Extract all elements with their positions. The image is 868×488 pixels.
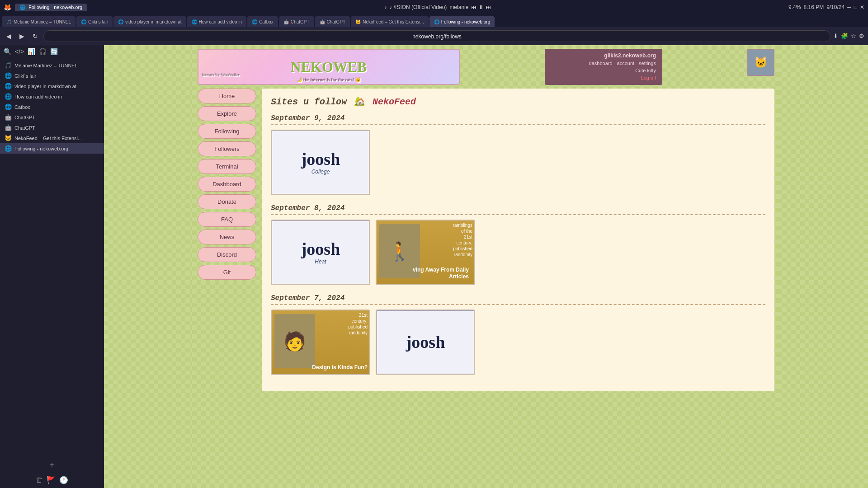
settings-icon[interactable]: ⚙: [859, 33, 864, 39]
card-text-ramblings: ramblingsof the21stcentury;publishedrand…: [453, 222, 472, 258]
date-label-sep9: September 9, 2024: [271, 114, 765, 125]
back-button[interactable]: ◀: [4, 32, 14, 41]
feed-card-ramblings[interactable]: 🚶 ramblingsof the21stcentury;publishedra…: [376, 220, 475, 285]
nav-git-button[interactable]: Git: [198, 265, 256, 280]
history-icon[interactable]: 🕐: [59, 476, 68, 484]
next-button[interactable]: ⏭: [486, 4, 491, 10]
feed-card-ramblings2[interactable]: 🧑 21stcentury;publishedrandomly Design i…: [271, 310, 370, 375]
settings-link[interactable]: settings: [639, 61, 656, 66]
joosh-title: joosh: [301, 150, 340, 168]
tab-favicon: 🤖: [283, 19, 289, 24]
tab-giiki[interactable]: 🌐 Giiki´s lair: [76, 16, 113, 27]
download-icon[interactable]: ⬇: [833, 33, 838, 39]
sidebar-item-label: Catbox: [14, 104, 30, 110]
tab-following[interactable]: 🌐 Following - nekoweb.org: [429, 16, 495, 27]
site-banner: NEKOWEB banner by 4starboiler: [198, 49, 460, 85]
sidebar-add-button[interactable]: +: [0, 458, 104, 472]
card-title-bottom: ving Away From DailyArticles: [377, 267, 472, 281]
nav-terminal-button[interactable]: Terminal: [198, 159, 256, 174]
sidebar-item-icon: 🌐: [5, 103, 12, 110]
cute-label: Cute kitty: [635, 68, 656, 73]
sidebar-items: 🎵 Melanie Martinez – TUNNEL 🌐 Giiki´s la…: [0, 58, 104, 458]
dashboard-link[interactable]: dashboard: [589, 61, 613, 66]
search-icon[interactable]: 🔍: [4, 48, 11, 55]
tab-favicon: 🌐: [81, 19, 86, 24]
sync-icon[interactable]: 🔄: [50, 48, 58, 55]
sidebar-item-video[interactable]: 🌐 video player in markdown at: [0, 81, 104, 91]
sidebar-item-giiki[interactable]: 🌐 Giiki´s lair: [0, 70, 104, 81]
headphones-icon[interactable]: 🎧: [39, 48, 47, 55]
tab-catbox[interactable]: 🌐 Catbox: [247, 16, 278, 27]
music-icon: ♪: [384, 5, 387, 10]
account-link[interactable]: account: [617, 61, 635, 66]
active-tab[interactable]: 🌐 Following - nekoweb.org: [15, 4, 87, 11]
logoff-link[interactable]: Log off: [641, 75, 656, 80]
sidebar-item-following[interactable]: 🌐 Following - nekoweb.org: [0, 143, 104, 154]
tab-label: Following - nekoweb.org: [441, 19, 490, 24]
tab-video[interactable]: 🌐 video player in markdown at: [113, 16, 186, 27]
tab-nekofeed[interactable]: 🐱 NekoFeed – Get this Extensi...: [351, 16, 429, 27]
nav-discord-button[interactable]: Discord: [198, 247, 256, 262]
feed-card-joosh-college[interactable]: joosh College: [271, 130, 370, 195]
tab-favicon: 🎵: [6, 19, 12, 24]
feed-card-joosh3[interactable]: joosh: [376, 310, 475, 375]
feed-header-text: Sites u follow: [271, 97, 347, 107]
prev-button[interactable]: ⏮: [471, 4, 476, 10]
joosh-card-inner: joosh College: [272, 131, 369, 194]
sidebar-item-melanie[interactable]: 🎵 Melanie Martinez – TUNNEL: [0, 60, 104, 70]
joosh-subtitle: Heat: [315, 258, 326, 265]
sidebar-item-icon: 🎵: [5, 62, 12, 69]
tab-favicon: 🌐: [252, 19, 257, 24]
tab-label: ChatGPT: [291, 19, 310, 24]
sidebar-item-label: ChatGPT: [14, 125, 35, 131]
nav-dashboard-button[interactable]: Dashboard: [198, 177, 256, 192]
date-section-sep9: September 9, 2024 joosh College: [271, 114, 765, 195]
nav-followers-button[interactable]: Followers: [198, 141, 256, 156]
nav-faq-button[interactable]: FAQ: [198, 212, 256, 227]
tab-label: How can add video in: [199, 19, 242, 24]
media-controls[interactable]: ⏮ ⏸ ⏭: [471, 4, 491, 10]
refresh-button[interactable]: ↻: [30, 32, 41, 41]
maximize-button[interactable]: □: [854, 4, 857, 10]
bookmarks-sidebar: 🔍 </> 📊 🎧 🔄 🎵 Melanie Martinez – TUNNEL …: [0, 45, 104, 488]
sidebar-item-howcan[interactable]: 🌐 How can add video in: [0, 91, 104, 102]
tab-favicon: 🐱: [355, 19, 361, 24]
site-username: giikis2.nekoweb.org: [604, 52, 656, 59]
sidebar-item-icon: 🌐: [5, 83, 12, 89]
tab-melanie[interactable]: 🎵 Melanie Martinez – TUNNEL: [2, 16, 75, 27]
nav-home-button[interactable]: Home: [198, 89, 256, 103]
nav-donate-button[interactable]: Donate: [198, 194, 256, 209]
tab-chatgpt2[interactable]: 🤖 ChatGPT: [315, 16, 350, 27]
bookmark-icon[interactable]: ☆: [851, 33, 856, 39]
code-icon[interactable]: </>: [15, 48, 24, 55]
trash-icon[interactable]: 🗑: [36, 476, 43, 484]
tab-favicon: 🌐: [118, 19, 123, 24]
sidebar-item-nekofeed[interactable]: 🐱 NekoFeed – Get this Extensi...: [0, 133, 104, 143]
sidebar-item-icon: 🌐: [5, 93, 12, 100]
active-tab-icon: 🌐: [19, 5, 26, 10]
nav-news-button[interactable]: News: [198, 230, 256, 244]
sidebar-item-chatgpt1[interactable]: 🤖 ChatGPT: [0, 112, 104, 122]
url-bar[interactable]: nekoweb.org/follows: [43, 30, 830, 42]
nav-explore-button[interactable]: Explore: [198, 106, 256, 121]
nav-following-button[interactable]: Following: [198, 124, 256, 139]
tab-howcan[interactable]: 🌐 How can add video in: [187, 16, 247, 27]
forward-button[interactable]: ▶: [17, 32, 27, 41]
tab-label: Giiki´s lair: [88, 19, 108, 24]
minimize-button[interactable]: ─: [847, 4, 851, 10]
pause-button[interactable]: ⏸: [478, 4, 484, 10]
date-section-sep7: September 7, 2024 🧑 21stcentury;publishe…: [271, 294, 765, 375]
clock: 8:16 PM: [803, 4, 824, 10]
feed-cards-sep8: joosh Heat 🚶 ramblingsof the21stcentury;…: [271, 220, 765, 285]
sidebar-item-chatgpt2[interactable]: 🤖 ChatGPT: [0, 122, 104, 133]
toolbar: ◀ ▶ ↻ nekoweb.org/follows ⬇ 🧩 ☆ ⚙: [0, 27, 868, 45]
feed-card-joosh-heat[interactable]: joosh Heat: [271, 220, 370, 285]
page-nav: Home Explore Following Followers Termina…: [198, 89, 256, 391]
tab-chatgpt1[interactable]: 🤖 ChatGPT: [279, 16, 314, 27]
feed-cards-sep7: 🧑 21stcentury;publishedrandomly Design i…: [271, 310, 765, 375]
close-button[interactable]: ✕: [860, 4, 864, 10]
flag-icon[interactable]: 🚩: [47, 476, 56, 484]
extensions-icon[interactable]: 🧩: [841, 33, 848, 39]
sidebar-item-catbox[interactable]: 🌐 Catbox: [0, 102, 104, 112]
chart-icon[interactable]: 📊: [28, 48, 35, 55]
